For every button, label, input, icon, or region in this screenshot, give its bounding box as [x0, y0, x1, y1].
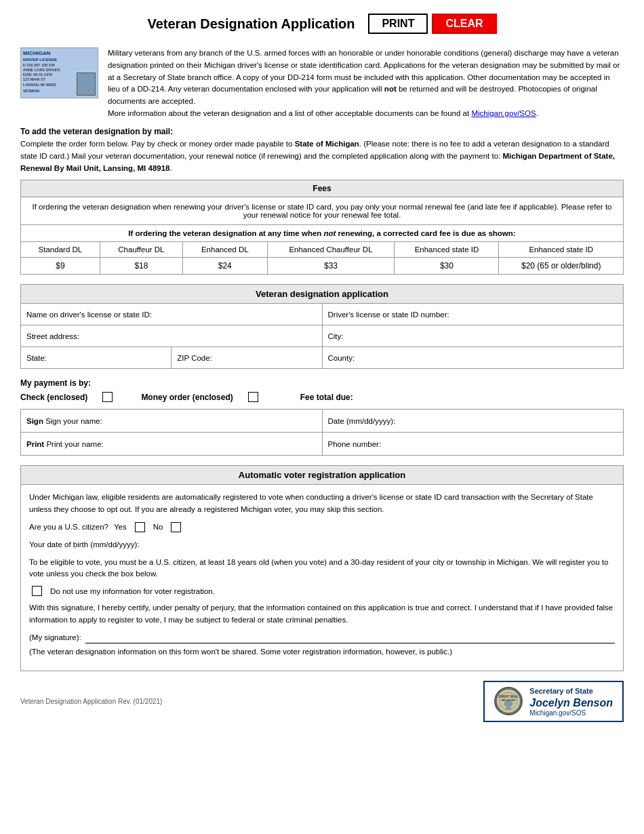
sos-url: Michigan.gov/SOS	[529, 709, 613, 717]
fees-enhanced-state-id-amount: $30	[395, 258, 499, 275]
svg-point-4	[504, 701, 512, 707]
fees-col-standard-dl-label: Standard DL	[21, 242, 100, 258]
zip-field-label: ZIP Code:	[172, 347, 322, 369]
fees-col-enhanced-state-id2-label: Enhanced state ID	[499, 242, 624, 258]
svg-text:1835: 1835	[506, 707, 511, 710]
yes-checkbox[interactable]	[135, 522, 145, 532]
print-name-label: Print Print your name:	[21, 433, 323, 456]
fees-standard-dl-amount: $9	[21, 258, 100, 275]
county-field-label: County:	[322, 347, 624, 369]
page-title: Veteran Designation Application	[147, 16, 355, 32]
city-field-label: City:	[322, 325, 624, 347]
address-field-label: Street address:	[21, 325, 323, 347]
fees-enhanced-state-id2-amount: $20 (65 or older/blind)	[499, 258, 624, 275]
dl-photo	[77, 73, 96, 96]
fees-table: Fees If ordering the veteran designation…	[20, 180, 624, 275]
voter-para1: Under Michigan law, eligible residents a…	[29, 492, 615, 516]
money-order-checkbox[interactable]	[248, 392, 258, 402]
name-field-label: Name on driver's license or state ID:	[21, 304, 323, 325]
sos-link[interactable]: Michigan.gov/SOS	[471, 109, 536, 117]
check-label: Check (enclosed)	[20, 393, 87, 402]
footer: Veteran Designation Application Rev. (01…	[20, 681, 624, 721]
sign-label: Sign Sign your name:	[21, 410, 323, 433]
citizen-row: Are you a U.S. citizen? Yes No	[29, 521, 615, 534]
vet-form-table: Veteran designation application Name on …	[20, 284, 624, 369]
intro-text: Military veterans from any branch of the…	[108, 49, 620, 105]
sos-seal: GREAT SEAL MICHIGAN 1835	[494, 687, 523, 715]
opt-out-row: Do not use my information for voter regi…	[29, 586, 615, 598]
fees-enhanced-chauffeur-amount: $33	[267, 258, 395, 275]
vet-form-title: Veteran designation application	[21, 285, 624, 304]
payment-heading: My payment is by:	[20, 378, 91, 388]
state-field-label: State:	[21, 347, 172, 369]
fees-bold-row: If ordering the veteran designation at a…	[21, 225, 624, 242]
mail-heading: To add the veteran designation by mail:	[20, 127, 624, 136]
fees-note: If ordering the veteran designation when…	[21, 197, 624, 225]
dl-sample-image: MICHIGANDRIVER LICENSE D 016 067 108 334…	[20, 47, 98, 98]
fees-col-enhanced-chauffeur-label: Enhanced Chauffeur DL	[267, 242, 395, 258]
sig-para: With this signature, I hereby certify, u…	[29, 602, 615, 627]
date-label: Date (mm/dd/yyyy):	[322, 410, 624, 433]
more-info-text: More information about the veteran desig…	[108, 109, 538, 117]
voter-box: Automatic voter registration application…	[20, 465, 624, 671]
fees-enhanced-dl-amount: $24	[183, 258, 267, 275]
fees-col-enhanced-dl-label: Enhanced DL	[183, 242, 267, 258]
fees-chauffeur-dl-amount: $18	[100, 258, 182, 275]
payment-row: My payment is by:	[20, 378, 624, 388]
money-order-label: Money order (enclosed)	[141, 393, 233, 402]
no-checkbox[interactable]	[171, 522, 181, 532]
fees-title: Fees	[21, 180, 624, 197]
sos-name: Jocelyn Benson	[529, 697, 613, 709]
revision-text: Veteran Designation Application Rev. (01…	[20, 698, 162, 705]
sig-underline-line[interactable]	[85, 633, 615, 643]
sos-title: Secretary of State	[529, 686, 613, 696]
sign-table: Sign Sign your name: Date (mm/dd/yyyy): …	[20, 409, 624, 456]
fees-col-enhanced-state-id-label: Enhanced state ID	[395, 242, 499, 258]
voter-disclaimer: (The veteran designation information on …	[29, 646, 615, 658]
dob-label: Your date of birth (mm/dd/yyyy):	[29, 539, 615, 551]
dl-number-field-label: Driver's license or state ID number:	[322, 304, 624, 325]
eligibility-text: To be eligible to vote, you must be a U.…	[29, 557, 615, 581]
sig-line: (My signature):	[29, 632, 615, 644]
opt-out-checkbox[interactable]	[32, 586, 42, 596]
fees-col-chauffeur-dl-label: Chauffeur DL	[100, 242, 182, 258]
voter-title: Automatic voter registration application	[21, 466, 623, 485]
mail-body: Complete the order form below. Pay by ch…	[20, 138, 624, 174]
check-checkbox[interactable]	[102, 392, 113, 402]
fee-total-label: Fee total due:	[300, 393, 353, 402]
print-button[interactable]: PRINT	[368, 14, 428, 34]
clear-button[interactable]: CLEAR	[432, 14, 496, 34]
sos-logo: GREAT SEAL MICHIGAN 1835 Secretary of St…	[483, 681, 624, 721]
phone-label: Phone number:	[322, 433, 624, 456]
